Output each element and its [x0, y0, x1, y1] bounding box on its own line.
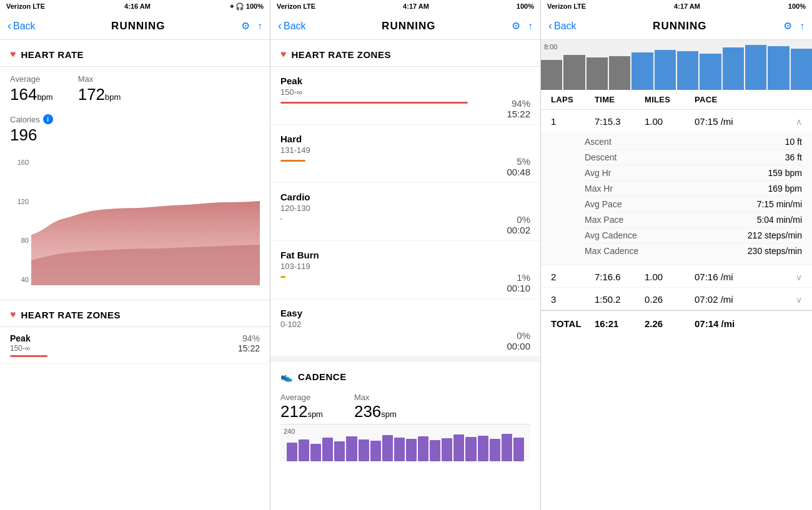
status-carrier-2: Verizon LTE	[277, 2, 315, 10]
chart-y-label: 8:00	[544, 43, 557, 51]
detail-descent: Descent 36 ft	[585, 150, 802, 165]
lap-1-miles: 1.00	[645, 116, 695, 127]
share-icon-3[interactable]: ↑	[800, 21, 805, 32]
cadence-bar	[359, 439, 369, 461]
lap-3-main[interactable]: 3 1:50.2 0.26 07:02 /mi ∨	[541, 288, 812, 310]
cadence-bar	[502, 434, 512, 461]
status-time-1: 4:16 AM	[124, 2, 151, 10]
cadence-bar	[453, 434, 464, 461]
panel-heart-rate: Verizon LTE 4:16 AM ⌖ 🎧 100% ‹ Back RUNN…	[0, 0, 270, 510]
lap-2-time: 7:16.6	[595, 272, 645, 282]
chart-bar	[677, 51, 698, 90]
status-battery-3: 100%	[788, 2, 806, 10]
heart-icon-zones: ♥	[10, 309, 16, 320]
hr-chart: 160 120 80 40	[0, 152, 270, 296]
cadence-bar	[418, 436, 428, 461]
lap-2-miles: 1.00	[645, 272, 695, 282]
calories-value: 196	[10, 125, 260, 145]
avg-hr-label: Average	[10, 74, 53, 84]
status-time-2: 4:17 AM	[403, 2, 429, 10]
nav-icons-2: ⚙ ↑	[512, 20, 533, 32]
hr-stats-row: Average 164bpm Max 172bpm	[0, 67, 270, 109]
status-bar-3: Verizon LTE 4:17 AM 100%	[541, 0, 812, 12]
back-label-1[interactable]: Back	[13, 21, 36, 32]
nav-bar-2: ‹ Back RUNNING ⚙ ↑	[270, 12, 540, 40]
status-carrier-1: Verizon LTE	[6, 2, 45, 10]
back-chevron-icon-3: ‹	[548, 19, 552, 32]
calories-row: Calories i 196	[0, 109, 270, 152]
cadence-bar	[442, 438, 452, 461]
share-icon-2[interactable]: ↑	[528, 21, 533, 32]
lap-1-main[interactable]: 1 7:15.3 1.00 07:15 /mi ∧	[541, 110, 812, 132]
col-header-time: TIME	[595, 95, 645, 104]
avg-cadence-unit: spm	[307, 409, 323, 419]
lap-3-num: 3	[551, 294, 595, 305]
hr-zones-mini-title: HEART RATE ZONES	[21, 310, 121, 320]
cadence-bar	[406, 439, 417, 461]
chart-bars	[541, 40, 812, 90]
hr-chart-svg	[31, 159, 260, 285]
cadence-stats: Average 212spm Max 236spm	[280, 390, 530, 424]
lap-3-pace: 07:02 /mi	[695, 294, 796, 305]
back-button-3[interactable]: ‹ Back	[548, 19, 577, 32]
chart-bar	[563, 55, 585, 90]
lap-3-chevron-down: ∨	[796, 295, 802, 305]
battery-icon: 100%	[246, 2, 264, 10]
laps-content: LAPS TIME MILES PACE 1 7:15.3 1.00 07:15…	[541, 90, 812, 510]
detail-avg-cadence: Avg Cadence 212 steps/min	[585, 228, 802, 243]
lap-2-num: 2	[551, 272, 595, 282]
avg-cadence-value: 212	[280, 402, 307, 421]
zone-peak-bar	[280, 102, 468, 104]
detail-ascent: Ascent 10 ft	[585, 134, 802, 150]
lap-3-time: 1:50.2	[595, 294, 645, 305]
battery-icon-3: 100%	[788, 2, 806, 10]
cadence-chart-y-label: 240	[284, 428, 295, 435]
chart-bar	[631, 52, 653, 90]
avg-hr-value: 164bpm	[10, 85, 53, 104]
info-badge[interactable]: i	[43, 114, 53, 124]
status-time-3: 4:17 AM	[674, 2, 700, 10]
total-pace: 07:14 /mi	[695, 318, 802, 329]
nav-bar-1: ‹ Back RUNNING ⚙ ↑	[0, 12, 270, 40]
cadence-section: 👟 CADENCE Average 212spm Max 236spm	[270, 357, 540, 468]
hr-zones-section-mini: ♥ HEART RATE ZONES Peak 150-∞ 94% 15:22	[0, 300, 270, 364]
chart-bar	[655, 50, 676, 90]
chart-bar	[541, 60, 562, 90]
avg-hr-stat: Average 164bpm	[10, 74, 53, 104]
back-label-2[interactable]: Back	[284, 21, 306, 32]
panel-zones-cadence: Verizon LTE 4:17 AM 100% ‹ Back RUNNING …	[270, 0, 541, 510]
back-label-3[interactable]: Back	[554, 21, 577, 32]
panel-laps: Verizon LTE 4:17 AM 100% ‹ Back RUNNING …	[541, 0, 812, 510]
nav-icons-3: ⚙ ↑	[783, 20, 805, 32]
back-chevron-icon-1: ‹	[7, 19, 11, 32]
lap-1-time: 7:15.3	[595, 116, 645, 127]
share-icon-1[interactable]: ↑	[257, 21, 262, 32]
nav-icons-1: ⚙ ↑	[241, 20, 262, 32]
chart-bar	[745, 45, 766, 90]
back-button-2[interactable]: ‹ Back	[278, 19, 306, 32]
hr-zones-title-p2: HEART RATE ZONES	[292, 49, 391, 60]
back-chevron-icon-2: ‹	[278, 19, 282, 32]
max-cadence-label: Max	[354, 393, 397, 402]
hr-zones-header: ♥ HEART RATE ZONES	[270, 40, 540, 67]
battery-icon-2: 100%	[517, 2, 534, 10]
cadence-bar	[322, 438, 333, 461]
cadence-bar	[478, 436, 488, 461]
cadence-header: 👟 CADENCE	[280, 371, 530, 383]
filter-icon-2[interactable]: ⚙	[512, 20, 520, 32]
lap-2-main[interactable]: 2 7:16.6 1.00 07:16 /mi ∨	[541, 265, 812, 287]
total-row: TOTAL 16:21 2.26 07:14 /mi	[541, 310, 812, 336]
filter-icon-1[interactable]: ⚙	[241, 20, 250, 32]
filter-icon-3[interactable]: ⚙	[783, 20, 792, 32]
detail-max-pace: Max Pace 5:04 min/mi	[585, 212, 802, 228]
max-cadence-stat: Max 236spm	[354, 393, 397, 421]
lap-2-chevron-down: ∨	[796, 272, 802, 282]
lap-3-miles: 0.26	[645, 294, 695, 305]
lap-row-1: 1 7:15.3 1.00 07:15 /mi ∧ Ascent 10 ft D…	[541, 110, 812, 265]
back-button-1[interactable]: ‹ Back	[7, 19, 36, 32]
shoe-icon: 👟	[280, 371, 293, 383]
cadence-bar	[382, 435, 393, 461]
max-cadence-unit: spm	[381, 409, 397, 419]
pace-chart: 8:00	[541, 40, 812, 90]
zone-hard-bar	[280, 160, 305, 162]
